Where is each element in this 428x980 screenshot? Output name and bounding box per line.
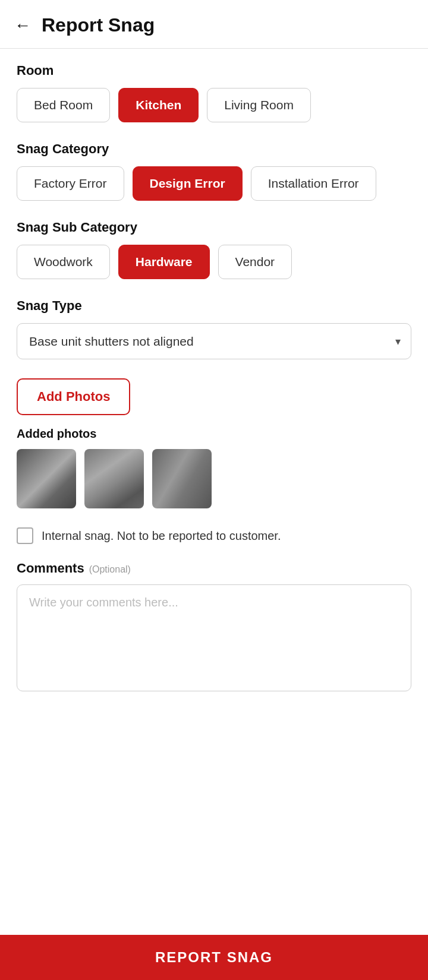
snag-category-label: Snag Category xyxy=(17,141,411,157)
photo-thumbnail-1[interactable] xyxy=(17,449,76,508)
internal-snag-checkbox[interactable] xyxy=(17,527,33,544)
report-snag-button[interactable]: REPORT SNAG xyxy=(155,949,273,966)
room-option-livingroom[interactable]: Living Room xyxy=(207,88,311,122)
comments-textarea[interactable] xyxy=(17,584,411,691)
snag-subcategory-section: Snag Sub Category Woodwork Hardware Vend… xyxy=(17,220,411,279)
room-option-bedroom[interactable]: Bed Room xyxy=(17,88,110,122)
photos-row xyxy=(17,449,411,508)
room-section: Room Bed Room Kitchen Living Room xyxy=(17,63,411,122)
category-factory-error[interactable]: Factory Error xyxy=(17,166,124,201)
added-photos-label: Added photos xyxy=(17,427,411,441)
room-option-kitchen[interactable]: Kitchen xyxy=(118,88,199,122)
comments-section: Comments (Optional) xyxy=(17,561,411,694)
snag-type-select[interactable]: Base unit shutters not aligned Cabinet d… xyxy=(17,323,411,359)
subcategory-hardware[interactable]: Hardware xyxy=(118,245,210,279)
main-content: Room Bed Room Kitchen Living Room Snag C… xyxy=(0,49,428,784)
page-title: Report Snag xyxy=(42,14,155,36)
subcategory-vendor[interactable]: Vendor xyxy=(218,245,292,279)
category-design-error[interactable]: Design Error xyxy=(133,166,243,201)
add-photos-button[interactable]: Add Photos xyxy=(17,378,130,415)
snag-type-dropdown-wrapper: Base unit shutters not aligned Cabinet d… xyxy=(17,323,411,359)
comments-label: Comments xyxy=(17,561,84,576)
room-label: Room xyxy=(17,63,411,78)
report-snag-bar[interactable]: REPORT SNAG xyxy=(0,935,428,980)
internal-snag-row: Internal snag. Not to be reported to cus… xyxy=(17,527,411,544)
snag-category-options: Factory Error Design Error Installation … xyxy=(17,166,411,201)
comments-optional-label: (Optional) xyxy=(89,564,131,575)
snag-subcategory-options: Woodwork Hardware Vendor xyxy=(17,245,411,279)
subcategory-woodwork[interactable]: Woodwork xyxy=(17,245,110,279)
snag-subcategory-label: Snag Sub Category xyxy=(17,220,411,235)
add-photos-section: Add Photos Added photos xyxy=(17,378,411,508)
comments-header: Comments (Optional) xyxy=(17,561,411,576)
snag-type-section: Snag Type Base unit shutters not aligned… xyxy=(17,298,411,359)
room-options: Bed Room Kitchen Living Room xyxy=(17,88,411,122)
back-button[interactable]: ← xyxy=(14,16,31,35)
category-installation-error[interactable]: Installation Error xyxy=(251,166,376,201)
photo-thumbnail-3[interactable] xyxy=(152,449,212,508)
snag-type-label: Snag Type xyxy=(17,298,411,314)
photo-thumbnail-2[interactable] xyxy=(84,449,144,508)
internal-snag-label: Internal snag. Not to be reported to cus… xyxy=(42,529,281,543)
snag-category-section: Snag Category Factory Error Design Error… xyxy=(17,141,411,201)
header: ← Report Snag xyxy=(0,0,428,49)
